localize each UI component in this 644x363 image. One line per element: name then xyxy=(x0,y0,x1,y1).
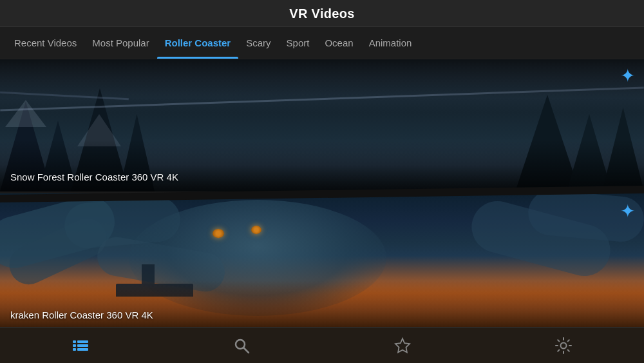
gear-icon xyxy=(554,337,573,355)
toolbar xyxy=(0,327,644,363)
nav-item-popular[interactable]: Most Popular xyxy=(84,27,156,59)
video-list: ✦ Snow Forest Roller Coaster 360 VR 4K xyxy=(0,59,644,330)
video-title-2: kraken Roller Coaster 360 VR 4K xyxy=(10,309,153,320)
toolbar-search-button[interactable] xyxy=(222,331,261,360)
star-button-2[interactable]: ✦ xyxy=(620,202,635,221)
video-card-2[interactable]: ✦ kraken Roller Coaster 360 VR 4K xyxy=(0,193,644,330)
video-card-1[interactable]: ✦ Snow Forest Roller Coaster 360 VR 4K xyxy=(0,59,644,191)
star-button-1[interactable]: ✦ xyxy=(620,67,635,85)
svg-line-7 xyxy=(244,348,249,353)
nav-item-ocean[interactable]: Ocean xyxy=(317,27,361,59)
toolbar-favorites-button[interactable] xyxy=(383,331,422,360)
star-icon xyxy=(393,337,412,355)
video-title-1: Snow Forest Roller Coaster 360 VR 4K xyxy=(10,172,178,182)
nav-item-rollercoaster[interactable]: Roller Coaster xyxy=(157,27,239,59)
nav-item-recent[interactable]: Recent Videos xyxy=(6,27,84,59)
svg-rect-2 xyxy=(73,344,76,347)
svg-point-9 xyxy=(561,342,567,348)
svg-marker-8 xyxy=(395,338,410,353)
toolbar-settings-button[interactable] xyxy=(544,331,583,360)
app-title: VR Videos xyxy=(289,6,354,21)
search-icon xyxy=(232,337,251,355)
svg-rect-0 xyxy=(73,340,76,343)
toolbar-list-button[interactable] xyxy=(61,331,100,360)
svg-rect-4 xyxy=(73,348,76,351)
svg-rect-3 xyxy=(77,344,88,347)
list-icon xyxy=(71,337,90,355)
svg-rect-5 xyxy=(77,348,88,351)
nav-item-sport[interactable]: Sport xyxy=(279,27,317,59)
nav-bar: Recent Videos Most Popular Roller Coaste… xyxy=(0,27,644,59)
nav-item-scary[interactable]: Scary xyxy=(238,27,278,59)
nav-item-animation[interactable]: Animation xyxy=(361,27,420,59)
app-header: VR Videos xyxy=(0,0,644,27)
svg-rect-1 xyxy=(77,340,88,343)
content-area: ✦ Snow Forest Roller Coaster 360 VR 4K xyxy=(0,59,644,330)
